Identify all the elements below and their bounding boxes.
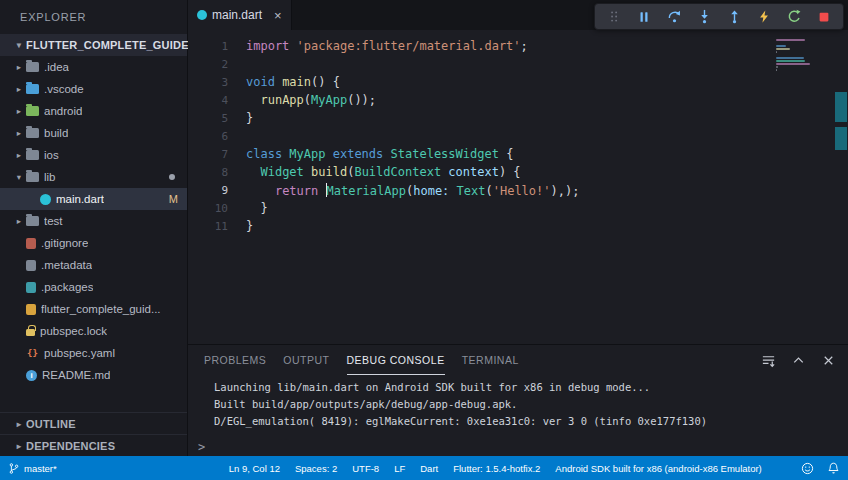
tree-item-gitignore[interactable]: .gitignore [0,232,187,254]
tree-item-ios[interactable]: ▸ios [0,144,187,166]
line-number: 3 [188,76,246,89]
chevron-right-icon: ▸ [12,441,26,451]
step-out-icon[interactable] [719,5,749,29]
tree-item-label: pubspec.lock [40,325,107,337]
folder-icon [26,128,39,138]
close-icon[interactable]: × [274,9,282,22]
code-line-5: 5} [188,109,848,127]
panel-actions [761,353,836,368]
minimap-line [776,69,777,71]
chevron-right-icon: ▸ [12,216,26,226]
tree-item-lib[interactable]: ▾lib [0,166,187,188]
chevron-right-icon: ▸ [12,128,26,138]
section-outline[interactable]: ▸OUTLINE [0,412,187,434]
restart-icon[interactable] [779,5,809,29]
panel-tab-debug-console[interactable]: DEBUG CONSOLE [347,345,445,375]
pause-icon[interactable] [629,5,659,29]
section-label: OUTLINE [26,418,76,430]
section-label: DEPENDENCIES [26,440,115,452]
line-number: 6 [188,130,246,143]
line-text: } [246,111,253,125]
minimap-line [776,60,805,62]
feedback-smiley-icon[interactable] [801,462,814,475]
section-dependencies[interactable]: ▸DEPENDENCIES [0,434,187,456]
minimap-line [776,63,810,65]
statusbar-item-utf-8[interactable]: UTF-8 [352,463,379,474]
tree-item-main-dart[interactable]: main.dartM [0,188,187,210]
console-prompt[interactable]: > [198,440,205,454]
git-file-icon [26,238,36,249]
line-text: } [246,219,253,233]
statusbar-item-lf[interactable]: LF [394,463,405,474]
yaml-file-icon: {} [26,348,39,359]
tree-item-label: test [44,215,63,227]
minimap-line [776,66,778,68]
line-text: } [246,201,268,215]
tree-item-readme-md[interactable]: README.md [0,364,187,386]
statusbar-item-spaces-2[interactable]: Spaces: 2 [295,463,337,474]
tree-item-android[interactable]: ▸android [0,100,187,122]
tree-item-pubspec-lock[interactable]: pubspec.lock [0,320,187,342]
project-folder-header[interactable]: ▾ FLUTTER_COMPLETE_GUIDE [0,34,187,56]
tree-item-label: README.md [42,369,110,381]
tree-item-label: pubspec.yaml [44,347,115,359]
line-number: 8 [188,166,246,179]
folder-icon [26,150,39,160]
tree-item-label: build [44,127,68,139]
tree-item-packages[interactable]: .packages [0,276,187,298]
stop-icon[interactable] [809,5,839,29]
console-line: Launching lib/main.dart on Android SDK b… [214,379,848,396]
chevron-up-icon[interactable] [791,353,806,368]
panel-tab-terminal[interactable]: TERMINAL [462,345,519,375]
close-panel-icon[interactable] [821,353,836,368]
explorer-title: EXPLORER [0,0,187,34]
hot-reload-icon[interactable] [749,5,779,29]
notifications-bell-icon[interactable] [827,462,840,475]
step-over-icon[interactable] [659,5,689,29]
tree-item-test[interactable]: ▸test [0,210,187,232]
explorer-sidebar: EXPLORER ▾ FLUTTER_COMPLETE_GUIDE ▸.idea… [0,0,188,456]
panel-tab-output[interactable]: OUTPUT [283,345,329,375]
tree-item-metadata[interactable]: .metadata [0,254,187,276]
line-text: runApp(MyApp()); [246,93,376,107]
tree-item-label: ios [44,149,59,161]
iml-file-icon [26,304,36,315]
tab-main-dart[interactable]: main.dart × [188,0,292,30]
tree-item-build[interactable]: ▸build [0,122,187,144]
tree-item-idea[interactable]: ▸.idea [0,56,187,78]
code-line-7: 7class MyApp extends StatelessWidget { [188,145,848,163]
line-number: 5 [188,112,246,125]
console-settings-icon[interactable] [761,353,776,368]
git-branch-item[interactable]: master* [8,462,57,475]
code-line-1: 1import 'package:flutter/material.dart'; [188,37,848,55]
statusbar-item-android-sdk-built-for-x8[interactable]: Android SDK built for x86 (android-x86 E… [555,463,761,474]
statusbar-item-flutter-1-5-4-hotfix-2[interactable]: Flutter: 1.5.4-hotfix.2 [453,463,540,474]
chevron-right-icon: ▸ [12,84,26,94]
statusbar-item-dart[interactable]: Dart [420,463,438,474]
panel-tab-problems[interactable]: PROBLEMS [204,345,266,375]
tree-item-vscode[interactable]: ▸.vscode [0,78,187,100]
overview-ruler-mark [835,127,847,150]
code-line-4: 4 runApp(MyApp()); [188,91,848,109]
statusbar: master* Ln 9, Col 12Spaces: 2UTF-8LFDart… [0,456,848,480]
line-text: void main() { [246,75,340,89]
debug-console-output[interactable]: Launching lib/main.dart on Android SDK b… [188,375,848,430]
step-into-icon[interactable] [689,5,719,29]
tree-item-label: lib [44,171,56,183]
line-number: 9 [188,184,246,197]
tree-item-flutter-complete-guid[interactable]: flutter_complete_guid... [0,298,187,320]
minimap[interactable] [776,39,810,72]
android-folder-icon [26,106,39,116]
readme-file-icon [26,370,37,381]
code-editor[interactable]: 1import 'package:flutter/material.dart';… [188,30,848,344]
code-line-3: 3void main() { [188,73,848,91]
tree-item-pubspec-yaml[interactable]: {}pubspec.yaml [0,342,187,364]
tree-item-label: flutter_complete_guid... [41,303,161,315]
git-branch-icon [8,462,20,475]
bottom-panel: PROBLEMSOUTPUTDEBUG CONSOLETERMINAL La [188,344,848,456]
console-line: Built build/app/outputs/apk/debug/app-de… [214,396,848,413]
tree-item-label: android [44,105,82,117]
panel-header: PROBLEMSOUTPUTDEBUG CONSOLETERMINAL [188,345,848,375]
statusbar-item-ln-9-col-12[interactable]: Ln 9, Col 12 [229,463,280,474]
code-area: 1import 'package:flutter/material.dart';… [188,37,848,235]
